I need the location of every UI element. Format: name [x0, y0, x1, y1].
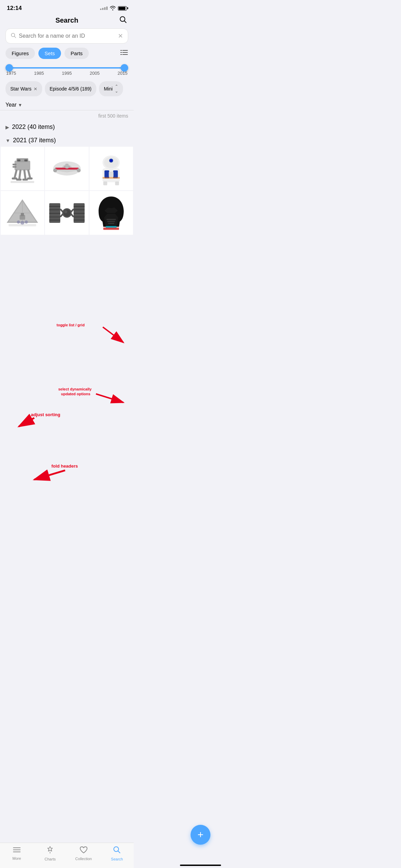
slider-thumb-right[interactable]: [121, 64, 128, 72]
svg-rect-39: [105, 170, 109, 178]
svg-rect-21: [13, 166, 16, 168]
list-item[interactable]: [89, 191, 133, 234]
wifi-icon: [110, 5, 116, 11]
year-label-1995: 1995: [62, 71, 72, 76]
svg-rect-17: [16, 179, 22, 181]
list-item[interactable]: [45, 147, 88, 190]
page-header: Search: [0, 14, 134, 28]
page-title: Search: [56, 16, 78, 24]
sort-arrow-icon: ▼: [18, 103, 22, 108]
svg-rect-19: [27, 178, 33, 180]
svg-rect-76: [108, 223, 114, 224]
svg-point-53: [25, 220, 28, 224]
svg-rect-20: [13, 164, 16, 166]
theme-chip-close-icon[interactable]: ✕: [34, 86, 37, 92]
signal-icon: [100, 7, 108, 10]
year-label-2005: 2005: [90, 71, 100, 76]
year-label-1985: 1985: [34, 71, 44, 76]
theme-chip-mini[interactable]: Mini ⌃⌄: [99, 81, 123, 96]
year-labels: 1975 1985 1995 2005 2015: [5, 71, 128, 76]
results-info: first 500 items: [0, 110, 134, 120]
svg-rect-54: [9, 224, 36, 226]
header-search-icon[interactable]: [119, 16, 127, 25]
year-slider-section: 1975 1985 1995 2005 2015: [0, 67, 134, 79]
status-bar: 12:14: [0, 0, 134, 14]
theme-chip-episode[interactable]: Episode 4/5/6 (189): [45, 81, 96, 96]
svg-point-73: [64, 210, 67, 213]
year-slider-track[interactable]: [5, 67, 128, 69]
chevron-updown-icon[interactable]: ⌃⌄: [115, 84, 118, 94]
svg-point-72: [63, 209, 71, 217]
svg-line-13: [19, 170, 20, 179]
year-group-2022-label: 2022 (40 items): [12, 123, 55, 131]
chip-sets[interactable]: Sets: [38, 48, 61, 59]
chip-figures[interactable]: Figures: [5, 48, 35, 59]
svg-line-12: [15, 170, 17, 178]
svg-rect-41: [109, 172, 113, 177]
svg-rect-44: [102, 177, 120, 179]
chevron-down-icon: ▼: [5, 138, 10, 143]
search-input[interactable]: [19, 33, 115, 39]
theme-chip-label: Star Wars: [10, 86, 32, 92]
svg-rect-43: [115, 181, 119, 185]
svg-point-51: [17, 220, 20, 224]
svg-point-32: [77, 169, 81, 172]
battery-icon: [118, 6, 127, 11]
svg-line-1: [124, 21, 126, 23]
theme-chip-episode-label: Episode 4/5/6 (189): [50, 86, 92, 92]
list-item[interactable]: [1, 147, 44, 190]
chip-parts[interactable]: Parts: [64, 48, 89, 59]
year-group-2021[interactable]: ▼ 2021 (37 items): [0, 133, 134, 147]
theme-chip-mini-label: Mini: [104, 86, 113, 92]
svg-line-14: [24, 170, 25, 179]
slider-thumb-left[interactable]: [5, 64, 13, 72]
list-grid-toggle[interactable]: [120, 49, 128, 58]
theme-chip-starwars[interactable]: Star Wars ✕: [5, 81, 42, 96]
svg-line-3: [14, 36, 16, 38]
slider-fill: [5, 67, 128, 69]
chevron-right-icon: ▶: [5, 124, 9, 130]
svg-rect-24: [11, 181, 34, 183]
year-label-2015: 2015: [118, 71, 127, 76]
sort-row[interactable]: Year ▼: [0, 100, 134, 110]
svg-rect-75: [107, 221, 115, 222]
sort-label: Year: [5, 102, 16, 108]
search-bar[interactable]: ✕: [5, 28, 128, 44]
search-clear-icon[interactable]: ✕: [118, 32, 123, 40]
svg-point-31: [53, 169, 57, 172]
list-item[interactable]: [45, 191, 88, 234]
theme-chips-row: Star Wars ✕ Episode 4/5/6 (189) Mini ⌃⌄: [0, 79, 134, 100]
svg-rect-40: [113, 170, 118, 178]
list-item[interactable]: [1, 191, 44, 234]
list-item[interactable]: [89, 147, 133, 190]
svg-rect-50: [21, 213, 24, 216]
svg-rect-22: [17, 159, 21, 161]
svg-rect-33: [65, 164, 68, 169]
items-grid: [0, 147, 134, 235]
svg-line-15: [28, 170, 31, 178]
year-group-2022[interactable]: ▶ 2022 (40 items): [0, 120, 134, 133]
search-bar-container: ✕: [0, 28, 134, 48]
svg-rect-42: [103, 181, 107, 185]
svg-point-37: [110, 160, 112, 161]
svg-rect-18: [23, 179, 28, 181]
search-bar-icon: [11, 33, 16, 39]
filter-chips-row: Figures Sets Parts: [0, 48, 134, 64]
svg-rect-74: [107, 219, 116, 220]
status-time: 12:14: [7, 5, 22, 12]
year-group-2021-label: 2021 (37 items): [13, 137, 56, 144]
svg-rect-23: [24, 159, 27, 161]
status-icons: [100, 5, 127, 11]
svg-rect-78: [103, 227, 119, 230]
